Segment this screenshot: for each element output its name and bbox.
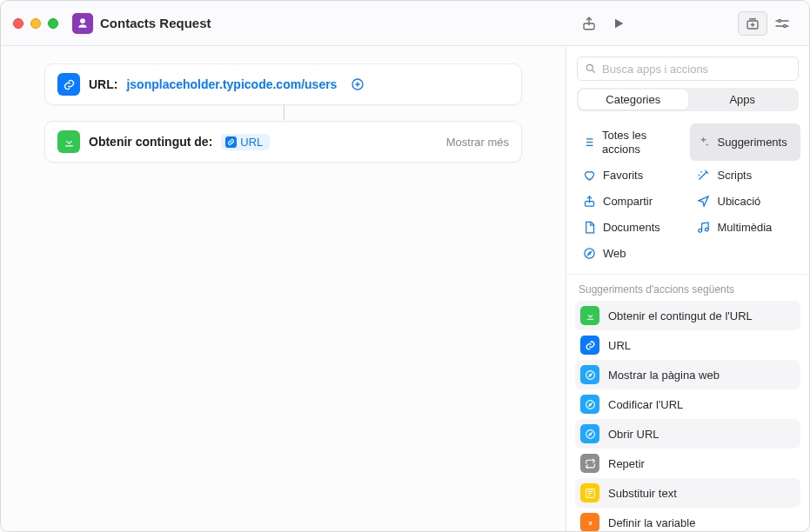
category-label: Scripts [718,169,753,182]
search-icon [585,63,597,75]
suggestion-label: URL [608,339,631,352]
url-action-label: URL: [89,77,117,91]
category-location[interactable]: Ubicació [690,189,801,213]
suggestion-label: Substituir text [608,487,677,500]
category-label: Web [603,247,626,260]
document-icon [582,220,596,234]
svg-point-8 [705,228,708,231]
variable-token[interactable]: URL [221,134,270,150]
suggestion-label: Definir la variable [608,516,695,529]
get-contents-action-card[interactable]: Obtenir contingut de: URL Mostrar més [44,121,522,163]
suggestion-label: Codificar l'URL [608,398,683,411]
list-icon [582,136,595,150]
suggestion-item[interactable]: Obrir URL [575,419,800,449]
link-token-icon [225,136,237,148]
repeat-icon [580,454,599,473]
category-label: Compartir [603,195,653,208]
minimize-window-button[interactable] [30,18,41,29]
window-body: URL: jsonplaceholder.typicode.com/users … [1,46,809,531]
actions-sidebar: Categories Apps Totes les accions Sugger… [566,46,809,531]
tab-categories[interactable]: Categories [579,90,688,110]
safari-icon [580,424,599,443]
zoom-window-button[interactable] [48,18,58,29]
safari-icon [582,246,596,260]
workflow-canvas[interactable]: URL: jsonplaceholder.typicode.com/users … [1,46,566,531]
var-icon: x [580,513,599,531]
suggestion-label: Obtenir el contingut de l'URL [608,309,753,323]
sparkle-icon [697,136,711,150]
category-share[interactable]: Compartir [575,189,686,213]
category-media[interactable]: Multimèdia [690,215,801,239]
category-scripts[interactable]: Scripts [690,163,801,187]
suggestion-label: Mostrar la pàgina web [608,369,720,382]
download-icon [57,130,80,153]
category-all-actions[interactable]: Totes les accions [575,123,686,161]
add-url-button[interactable] [351,77,365,91]
suggestions-header: Suggeriments d'accions següents [566,275,809,301]
share-icon [582,194,596,208]
segmented-control: Categories Apps [577,88,799,111]
music-icon [697,220,711,234]
link-icon [57,73,80,96]
suggestion-item[interactable]: Substituir text [575,478,800,508]
suggestion-item[interactable]: Mostrar la pàgina web [575,360,800,389]
run-button[interactable] [604,11,633,36]
download-icon [580,306,599,325]
search-box[interactable] [577,57,799,81]
svg-point-3 [784,24,787,27]
show-more-button[interactable]: Mostrar més [446,136,509,149]
category-favorites[interactable]: Favorits [575,163,686,187]
category-label: Documents [603,221,660,234]
suggestions-list: Obtenir el contingut de l'URLURLMostrar … [566,301,809,531]
shortcut-icon [72,13,93,34]
category-suggestions[interactable]: Suggeriments [690,123,801,161]
wand-icon [697,168,711,182]
tab-apps[interactable]: Apps [688,90,798,110]
category-documents[interactable]: Documents [575,215,686,239]
svg-point-5 [586,64,592,70]
category-label: Multimèdia [718,221,773,234]
svg-point-9 [584,249,593,258]
category-label: Favorits [603,169,643,182]
svg-point-7 [699,229,702,232]
category-label: Ubicació [718,195,761,208]
url-action-value[interactable]: jsonplaceholder.typicode.com/users [126,77,337,91]
suggestion-item[interactable]: Obtenir el contingut de l'URL [575,301,800,330]
suggestion-item[interactable]: Repetir [575,449,800,478]
link-icon [580,336,599,355]
categories-grid: Totes les accions Suggeriments Favorits … [566,120,809,275]
app-window: Contacts Request URL: jsonplaceholder.ty… [0,0,810,532]
suggestion-label: Repetir [608,457,645,470]
titlebar: Contacts Request [1,1,809,46]
window-controls [13,18,58,29]
svg-text:x: x [588,519,592,527]
variable-token-label: URL [240,136,263,149]
settings-button[interactable] [767,11,797,36]
get-contents-label: Obtenir contingut de: [89,135,212,149]
safari-icon [580,365,599,384]
library-toggle-button[interactable] [738,11,767,36]
safari-icon [580,395,599,414]
category-label: Suggeriments [718,136,787,149]
window-title: Contacts Request [100,16,211,30]
text-icon [580,483,599,502]
location-icon [697,194,711,208]
share-button[interactable] [574,11,604,36]
suggestion-item[interactable]: URL [575,330,800,360]
suggestion-label: Obrir URL [608,428,659,441]
url-action-card[interactable]: URL: jsonplaceholder.typicode.com/users [44,63,522,105]
suggestion-item[interactable]: xDefinir la variable [575,508,800,531]
close-window-button[interactable] [13,18,23,29]
category-web[interactable]: Web [575,241,686,265]
heart-icon [582,168,596,182]
suggestion-item[interactable]: Codificar l'URL [575,389,800,419]
svg-point-2 [779,19,781,22]
category-label: Totes les accions [602,129,679,156]
search-input[interactable] [602,63,791,76]
